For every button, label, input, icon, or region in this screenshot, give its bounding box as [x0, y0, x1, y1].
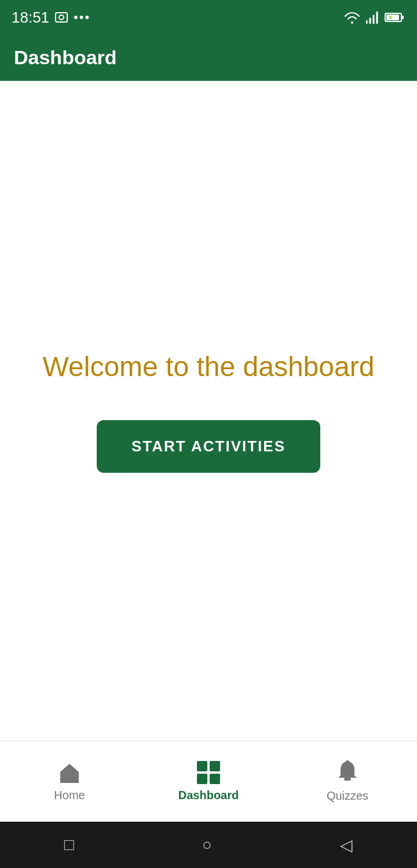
start-activities-button[interactable]: START ACTIVITIES — [97, 420, 320, 473]
svg-rect-5 — [389, 16, 392, 19]
svg-rect-4 — [401, 16, 404, 19]
status-bar-right — [344, 11, 405, 24]
nav-label-home: Home — [54, 789, 85, 802]
svg-rect-7 — [344, 778, 351, 781]
svg-rect-6 — [67, 777, 72, 783]
status-time: 18:51 — [12, 9, 49, 27]
nav-item-home[interactable]: Home — [0, 755, 139, 808]
svg-rect-0 — [56, 13, 67, 22]
dashboard-icon — [197, 761, 220, 784]
wifi-icon — [344, 11, 360, 24]
nav-label-quizzes: Quizzes — [327, 789, 368, 803]
bell-icon — [336, 760, 359, 785]
nav-label-dashboard: Dashboard — [178, 789, 239, 802]
system-nav-square[interactable]: □ — [64, 836, 74, 854]
system-nav-circle[interactable]: ○ — [202, 836, 212, 854]
svg-point-1 — [59, 15, 64, 20]
signal-icon — [366, 11, 379, 24]
more-icon: ••• — [74, 10, 90, 25]
status-bar-left: 18:51 ••• — [12, 9, 90, 27]
nav-item-dashboard[interactable]: Dashboard — [139, 755, 278, 808]
svg-rect-3 — [386, 14, 399, 20]
system-nav-bar: □ ○ ◁ — [0, 822, 417, 868]
system-nav-back[interactable]: ◁ — [340, 836, 353, 855]
welcome-text: Welcome to the dashboard — [43, 349, 375, 385]
nav-item-quizzes[interactable]: Quizzes — [278, 755, 417, 808]
main-content: Welcome to the dashboard START ACTIVITIE… — [0, 81, 417, 741]
battery-icon — [385, 12, 405, 23]
photo-icon — [55, 12, 68, 23]
app-bar-title: Dashboard — [14, 46, 117, 69]
status-bar: 18:51 ••• — [0, 0, 417, 35]
home-icon — [58, 761, 81, 784]
svg-rect-8 — [346, 760, 349, 763]
bottom-navigation: Home Dashboard Quizzes — [0, 741, 417, 822]
app-bar: Dashboard — [0, 35, 417, 81]
